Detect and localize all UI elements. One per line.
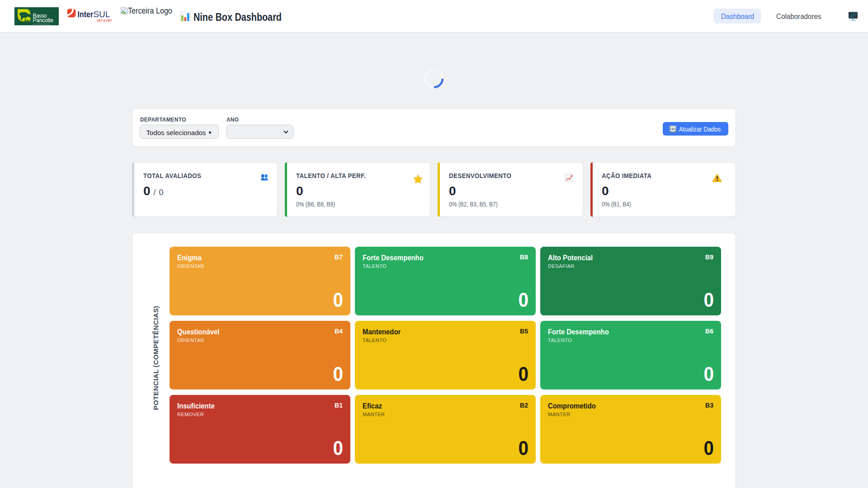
svg-text:VET & PET: VET & PET: [97, 19, 112, 23]
svg-text:SUL: SUL: [93, 9, 110, 19]
svg-text:Pancotte: Pancotte: [33, 17, 54, 23]
svg-text:Inter: Inter: [78, 9, 94, 19]
